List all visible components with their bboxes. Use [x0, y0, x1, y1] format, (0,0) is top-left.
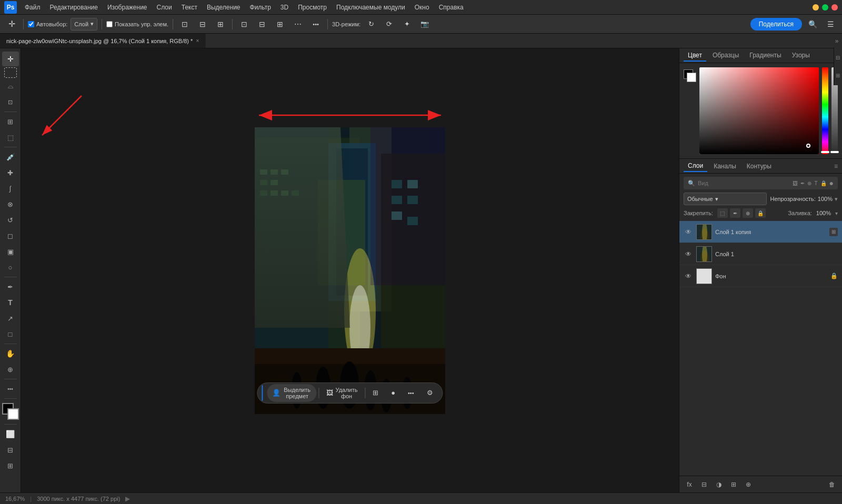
object-select-tool[interactable]: ⊡ — [2, 95, 19, 109]
auto-select-checkbox[interactable]: Автовыбор: — [28, 21, 67, 27]
tab-layers[interactable]: Слои — [684, 160, 707, 172]
tab-color[interactable]: Цвет — [684, 50, 706, 62]
color-swatches[interactable] — [2, 403, 19, 420]
canvas-area[interactable]: 👤 Выделить предмет 🖼 Удалить фон ⊞ ● ••• — [21, 48, 679, 492]
eraser-tool[interactable]: ◻ — [2, 228, 19, 243]
blending-mode-dropdown[interactable]: Обычные ▾ — [684, 193, 767, 205]
menu-select[interactable]: Выделение — [203, 3, 244, 12]
lock-pixels-button[interactable]: ⬚ — [717, 208, 728, 218]
layers-search-input[interactable] — [698, 180, 790, 186]
tab-channels[interactable]: Каналы — [709, 161, 740, 172]
history-brush-tool[interactable]: ↺ — [2, 213, 19, 227]
remove-bg-button[interactable]: 🖼 Удалить фон — [321, 384, 363, 402]
menu-view[interactable]: Просмотр — [294, 3, 330, 12]
fill-value[interactable]: 100% — [816, 210, 831, 216]
settings-ctx-button[interactable]: ⚙ — [422, 386, 438, 399]
minimize-button[interactable] — [813, 4, 819, 11]
dodge-tool[interactable]: ○ — [2, 260, 19, 275]
tab-patterns[interactable]: Узоры — [788, 50, 814, 62]
new-layer-button[interactable]: ⊕ — [743, 479, 754, 490]
document-tab[interactable]: nick-page-zlw0owIGNtc-unsplash.jpg @ 16,… — [0, 34, 206, 48]
menu-file[interactable]: Файл — [21, 3, 44, 12]
brush-tool[interactable]: ∫ — [2, 181, 19, 196]
frame-tool[interactable]: ⬚ — [2, 130, 19, 145]
fg-bg-swatches[interactable] — [684, 69, 696, 82]
lock-all-button[interactable]: 🔒 — [755, 208, 766, 218]
filter-icon-3[interactable]: ⊕ — [807, 180, 811, 186]
align-right-button[interactable]: ⊞ — [213, 17, 228, 31]
menu-plugins[interactable]: Подключаемые модули — [333, 3, 409, 12]
close-button[interactable] — [831, 4, 838, 11]
tab-swatches[interactable]: Образцы — [708, 50, 743, 62]
spectrum-background[interactable] — [699, 67, 819, 154]
layer-item-copy[interactable]: 👁 Слой 1 копия ⊞ — [679, 221, 842, 243]
distribute-buttons[interactable]: ⋯ — [290, 17, 305, 31]
layers-panel-collapse[interactable]: ≡ — [834, 163, 838, 170]
screen-mode-button[interactable]: ⬜ — [2, 427, 19, 441]
panels-button[interactable]: ☰ — [823, 17, 838, 31]
add-mask-button[interactable]: ⊟ — [698, 479, 710, 490]
rectangular-marquee-tool[interactable] — [4, 67, 17, 78]
crop-tool[interactable]: ⊞ — [2, 114, 19, 129]
maximize-button[interactable] — [822, 4, 828, 11]
mini-btn-2[interactable]: ⊞ — [834, 67, 841, 83]
align-bottom-button[interactable]: ⊞ — [273, 17, 287, 31]
move-tool[interactable]: ✛ — [2, 52, 19, 66]
filter-icon-5[interactable]: 🔒 — [820, 180, 827, 186]
adjustment-button[interactable]: ◑ — [713, 479, 725, 490]
filter-icon-4[interactable]: T — [814, 180, 817, 186]
crop-ctx-button[interactable]: ⊞ — [367, 386, 384, 399]
info-arrow[interactable]: ▶ — [125, 495, 130, 502]
filter-toggle[interactable]: ● — [829, 179, 834, 187]
menu-window[interactable]: Окно — [411, 3, 433, 12]
zoom-tool[interactable]: ⊕ — [2, 362, 19, 377]
align-top-button[interactable]: ⊡ — [237, 17, 252, 31]
lock-artboard-button[interactable]: ⊕ — [743, 208, 753, 218]
gradient-tool[interactable]: ▣ — [2, 244, 19, 259]
align-left-button[interactable]: ⊡ — [177, 17, 192, 31]
move-tool-icon[interactable]: ✛ — [4, 17, 19, 31]
menu-filter[interactable]: Фильтр — [246, 3, 275, 12]
filter-icon-1[interactable]: 🖼 — [793, 180, 798, 186]
hand-tool[interactable]: ✋ — [2, 346, 19, 361]
layer-visibility-1[interactable]: 👁 — [684, 249, 693, 259]
menu-edit[interactable]: Редактирование — [46, 3, 102, 12]
opacity-arrow[interactable]: ▾ — [835, 196, 838, 203]
opacity-value[interactable]: 100% — [818, 196, 833, 202]
align-vcenter-button[interactable]: ⊟ — [255, 17, 269, 31]
more-tools-button[interactable]: ••• — [2, 381, 19, 396]
more-ctx-button[interactable]: ••• — [403, 387, 419, 399]
layer-visibility-copy[interactable]: 👁 — [684, 227, 693, 237]
heal-tool[interactable]: ✚ — [2, 165, 19, 180]
search-button[interactable]: 🔍 — [805, 17, 820, 31]
layer-item-1[interactable]: 👁 Слой 1 — [679, 243, 842, 265]
menu-image[interactable]: Изображение — [104, 3, 151, 12]
lasso-tool[interactable]: ⌓ — [2, 79, 19, 94]
more-align-button[interactable]: ••• — [308, 17, 323, 31]
background-swatch[interactable] — [687, 73, 696, 82]
path-select-tool[interactable]: ↗ — [2, 311, 19, 326]
3d-camera-button[interactable]: 📷 — [417, 17, 432, 31]
3d-scale-button[interactable]: ✦ — [399, 17, 414, 31]
layer-item-bg[interactable]: 👁 Фон 🔒 — [679, 265, 842, 287]
tab-collapse-button[interactable]: » — [831, 36, 842, 46]
fill-arrow[interactable]: ▾ — [835, 210, 838, 216]
pen-tool[interactable]: ✒ — [2, 279, 19, 294]
3d-pan-button[interactable]: ⟳ — [382, 17, 396, 31]
group-button[interactable]: ⊞ — [728, 479, 739, 490]
3d-rotate-button[interactable]: ↻ — [364, 17, 378, 31]
show-transform-checkbox[interactable]: Показать упр. элем. — [106, 21, 168, 27]
screen-mode2-button[interactable]: ⊟ — [2, 442, 19, 457]
clone-tool[interactable]: ⊗ — [2, 197, 19, 211]
tab-close-button[interactable]: × — [196, 38, 199, 44]
tab-paths[interactable]: Контуры — [743, 161, 776, 172]
layer-fx-button[interactable]: fx — [684, 479, 695, 490]
layer-visibility-bg[interactable]: 👁 — [684, 271, 693, 281]
shape-tool[interactable]: □ — [2, 327, 19, 341]
background-color[interactable] — [7, 408, 19, 420]
mini-btn-1[interactable]: ⊟ — [834, 49, 841, 65]
delete-layer-button[interactable]: 🗑 — [826, 479, 838, 490]
hue-strip[interactable] — [822, 67, 828, 154]
tab-gradients[interactable]: Градиенты — [745, 50, 785, 62]
align-center-h-button[interactable]: ⊟ — [195, 17, 210, 31]
